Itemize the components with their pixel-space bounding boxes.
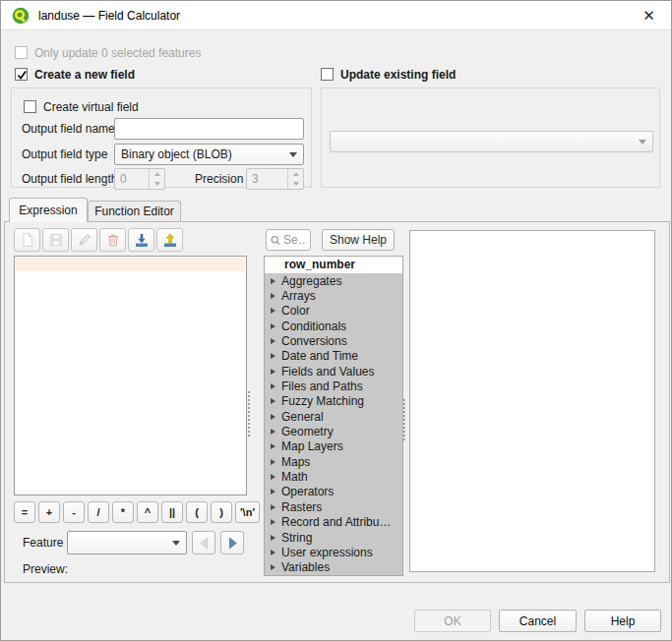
tree-item-row-number[interactable]: row_number bbox=[265, 257, 402, 273]
chevron-down-icon bbox=[172, 541, 180, 546]
expander-triangle-icon[interactable] bbox=[271, 504, 275, 510]
create-new-field-checkbox[interactable]: Create a new field bbox=[15, 67, 135, 82]
existing-field-combo[interactable] bbox=[330, 131, 653, 152]
expander-triangle-icon[interactable] bbox=[271, 383, 275, 389]
search-input[interactable] bbox=[283, 233, 307, 247]
operator-button[interactable]: - bbox=[63, 501, 85, 523]
expander-triangle-icon[interactable] bbox=[271, 398, 275, 404]
tree-group-item[interactable]: Conditionals bbox=[265, 319, 402, 333]
tree-group-label: Rasters bbox=[281, 500, 322, 514]
expression-editor[interactable] bbox=[14, 256, 247, 495]
close-icon[interactable]: ✕ bbox=[627, 1, 671, 30]
expander-triangle-icon[interactable] bbox=[271, 353, 275, 359]
only-update-checkbox[interactable]: Only update 0 selected features bbox=[15, 45, 201, 60]
tree-group-item[interactable]: Aggregates bbox=[265, 273, 402, 288]
create-new-field-label: Create a new field bbox=[34, 68, 135, 82]
cancel-button[interactable]: Cancel bbox=[499, 610, 577, 632]
operator-button[interactable]: * bbox=[112, 501, 134, 523]
spinner-buttons[interactable] bbox=[149, 169, 164, 189]
tree-group-item[interactable]: Fields and Values bbox=[265, 364, 402, 379]
expander-triangle-icon[interactable] bbox=[271, 535, 275, 541]
tree-group-item[interactable]: Variables bbox=[265, 560, 402, 575]
expander-triangle-icon[interactable] bbox=[271, 308, 275, 314]
tree-group-item[interactable]: User expressions bbox=[265, 545, 402, 559]
tree-group-label: Fields and Values bbox=[281, 365, 375, 379]
expander-triangle-icon[interactable] bbox=[271, 519, 275, 525]
tree-group-item[interactable]: General bbox=[265, 409, 402, 424]
tree-group-item[interactable]: Map Layers bbox=[265, 439, 402, 454]
output-field-type-combo[interactable]: Binary object (BLOB) bbox=[114, 144, 304, 165]
import-expression-button[interactable] bbox=[128, 228, 154, 252]
tree-group-item[interactable]: String bbox=[265, 530, 402, 545]
tree-group-item[interactable]: Maps bbox=[265, 454, 402, 469]
tree-group-item[interactable]: Files and Paths bbox=[265, 379, 402, 393]
expander-triangle-icon[interactable] bbox=[271, 278, 275, 284]
expander-triangle-icon[interactable] bbox=[271, 474, 275, 480]
pencil-icon bbox=[77, 232, 92, 248]
tree-group-item[interactable]: Math bbox=[265, 469, 402, 484]
operator-button[interactable]: ( bbox=[186, 501, 208, 523]
tree-group-item[interactable]: Geometry bbox=[265, 424, 402, 438]
delete-expression-button[interactable] bbox=[99, 228, 126, 252]
tree-group-label: Variables bbox=[281, 560, 330, 574]
expander-triangle-icon[interactable] bbox=[271, 443, 275, 449]
expander-triangle-icon[interactable] bbox=[271, 414, 275, 420]
update-existing-field-checkbox[interactable]: Update existing field bbox=[321, 67, 456, 82]
precision-value: 3 bbox=[247, 169, 287, 189]
tree-group-item[interactable]: Fuzzy Matching bbox=[265, 394, 402, 409]
ok-button[interactable]: OK bbox=[414, 610, 491, 632]
expander-triangle-icon[interactable] bbox=[271, 338, 275, 344]
previous-feature-button[interactable] bbox=[192, 531, 215, 554]
expander-triangle-icon[interactable] bbox=[271, 293, 275, 299]
tree-group-label: Arrays bbox=[281, 289, 316, 303]
function-tree[interactable]: row_number Aggregates Arrays bbox=[264, 256, 403, 576]
expander-triangle-icon[interactable] bbox=[271, 429, 275, 435]
current-line-highlight bbox=[16, 258, 245, 271]
show-help-button[interactable]: Show Help bbox=[322, 229, 395, 251]
expander-triangle-icon[interactable] bbox=[271, 459, 275, 465]
save-expression-button[interactable] bbox=[42, 228, 69, 252]
tree-group-label: Aggregates bbox=[281, 274, 341, 288]
tree-group-item[interactable]: Rasters bbox=[265, 499, 402, 514]
expander-triangle-icon[interactable] bbox=[271, 550, 275, 555]
operator-button[interactable]: ) bbox=[211, 501, 232, 523]
tree-group-label: Math bbox=[281, 470, 308, 484]
spin-up-icon bbox=[150, 169, 164, 179]
operator-button[interactable]: = bbox=[14, 501, 35, 523]
operator-button[interactable]: || bbox=[161, 501, 183, 523]
tree-group-item[interactable]: Color bbox=[265, 304, 402, 319]
create-virtual-field-checkbox[interactable]: Create virtual field bbox=[24, 99, 139, 114]
checkbox-box bbox=[15, 68, 28, 81]
feature-combo[interactable] bbox=[67, 531, 187, 554]
splitter-handle[interactable] bbox=[403, 399, 407, 440]
tree-group-item[interactable]: Conversions bbox=[265, 333, 402, 348]
tab-function-editor[interactable]: Function Editor bbox=[88, 201, 181, 221]
next-feature-button[interactable] bbox=[220, 531, 244, 554]
edit-expression-button[interactable] bbox=[71, 228, 97, 252]
tree-group-item[interactable]: Record and Attribu… bbox=[265, 515, 402, 530]
help-button[interactable]: Help bbox=[584, 610, 661, 632]
expander-triangle-icon[interactable] bbox=[271, 323, 275, 329]
tree-group-item[interactable]: Arrays bbox=[265, 288, 402, 303]
spinner-buttons[interactable] bbox=[287, 169, 303, 189]
function-search[interactable] bbox=[266, 229, 311, 251]
operator-button[interactable]: ^ bbox=[137, 501, 158, 523]
expander-triangle-icon[interactable] bbox=[271, 489, 275, 495]
output-field-name-input[interactable] bbox=[114, 118, 304, 140]
new-expression-button[interactable] bbox=[14, 228, 40, 252]
export-expression-button[interactable] bbox=[156, 228, 183, 252]
tree-group-item[interactable]: Date and Time bbox=[265, 349, 402, 364]
save-icon bbox=[48, 232, 64, 248]
checkbox-box bbox=[15, 46, 28, 59]
expander-triangle-icon[interactable] bbox=[271, 564, 275, 570]
output-field-length-spinner[interactable]: 0 bbox=[114, 168, 165, 190]
precision-spinner[interactable]: 3 bbox=[246, 168, 304, 190]
expander-triangle-icon[interactable] bbox=[271, 369, 275, 375]
field-calculator-dialog: landuse — Field Calculator ✕ Only update… bbox=[0, 0, 672, 641]
tab-expression[interactable]: Expression bbox=[9, 198, 88, 222]
operator-button[interactable]: + bbox=[38, 501, 60, 523]
splitter-handle[interactable] bbox=[248, 391, 252, 437]
tree-group-item[interactable]: Operators bbox=[265, 485, 402, 499]
operator-button[interactable]: '\n' bbox=[235, 501, 260, 523]
operator-button[interactable]: / bbox=[88, 501, 109, 523]
